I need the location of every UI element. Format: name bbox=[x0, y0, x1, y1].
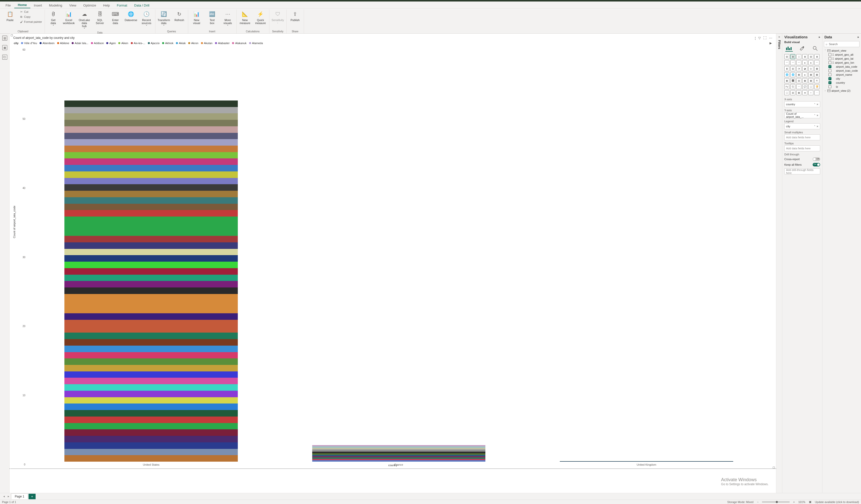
bar-segment[interactable] bbox=[560, 461, 733, 462]
insert-button-2[interactable]: ⋯Morevisuals˅ bbox=[221, 10, 235, 28]
bar-segment[interactable] bbox=[64, 210, 238, 217]
viz-type-33[interactable]: 💬 bbox=[802, 84, 807, 89]
report-canvas[interactable]: Count of airport_iata_code by country an… bbox=[10, 33, 776, 493]
page-next-button[interactable]: ► bbox=[6, 495, 11, 498]
well-remove-icon[interactable]: ✕ bbox=[816, 125, 818, 128]
viz-type-6[interactable]: 〰 bbox=[784, 60, 789, 65]
viz-type-41[interactable]: ⋯ bbox=[815, 90, 819, 95]
bar-segment[interactable] bbox=[64, 178, 238, 185]
well-menu-icon[interactable]: ˅ bbox=[814, 114, 816, 117]
table-airportview[interactable]: ˅airport_view bbox=[824, 49, 860, 53]
bar-segment[interactable] bbox=[64, 152, 238, 159]
zoom-fit-button[interactable]: ▣ bbox=[809, 500, 811, 504]
bar-segment[interactable] bbox=[64, 133, 238, 139]
field-checkbox[interactable]: ✓ bbox=[829, 65, 831, 68]
legend-item[interactable]: Aix-les-... bbox=[131, 42, 145, 45]
bar-segment[interactable] bbox=[64, 236, 238, 242]
zoom-out-button[interactable]: − bbox=[757, 501, 758, 504]
viz-type-4[interactable]: ▤ bbox=[808, 54, 814, 59]
viz-type-27[interactable]: ▦ bbox=[802, 78, 807, 83]
viz-type-3[interactable]: ▮ bbox=[802, 54, 807, 59]
legend-item[interactable]: Aiken bbox=[118, 42, 128, 45]
zoom-in-button[interactable]: + bbox=[793, 501, 795, 504]
bar-segment[interactable] bbox=[64, 449, 238, 455]
y-axis-well[interactable]: Count of airport_iata_...˅✕ bbox=[784, 112, 820, 118]
visual-drill-icon[interactable]: ¦ bbox=[755, 36, 756, 40]
fields-search-input[interactable]: ⌕ Search bbox=[824, 41, 860, 47]
field-airport_geo_alt[interactable]: Σairport_geo_alt bbox=[824, 53, 860, 57]
bar-segment[interactable] bbox=[64, 404, 238, 410]
data-source-button-5[interactable]: 🌐Dataverse bbox=[124, 10, 138, 22]
bar-segment[interactable] bbox=[64, 268, 238, 275]
menu-tab-view[interactable]: View bbox=[66, 2, 80, 8]
copy-button[interactable]: ⧉Copy bbox=[18, 15, 43, 19]
bar-segment[interactable] bbox=[64, 204, 238, 210]
viz-type-28[interactable]: ▦ bbox=[808, 78, 814, 83]
viz-type-25[interactable]: 🅰 bbox=[790, 78, 795, 83]
field-airport_geo_lat[interactable]: Σairport_geo_lat bbox=[824, 57, 860, 60]
visual-focus-icon[interactable]: ⛶ bbox=[763, 36, 767, 40]
viz-type-40[interactable]: » bbox=[808, 90, 814, 95]
zoom-slider[interactable] bbox=[762, 502, 790, 502]
menu-tab-file[interactable]: File bbox=[2, 2, 14, 8]
data-source-button-2[interactable]: ☁OneLakedatahub˅ bbox=[78, 10, 92, 31]
bar-segment[interactable] bbox=[64, 397, 238, 404]
visual-more-icon[interactable]: ⋯ bbox=[769, 36, 772, 40]
publish-button[interactable]: ⇪Publish bbox=[288, 10, 302, 22]
drill-through-well[interactable]: Add drill-through fields here bbox=[784, 168, 820, 174]
bar-unitedstates[interactable] bbox=[64, 74, 238, 462]
bar-segment[interactable] bbox=[64, 371, 238, 378]
menu-tab-insert[interactable]: Insert bbox=[30, 2, 45, 8]
field-tz[interactable]: tz bbox=[824, 85, 860, 89]
data-view-button[interactable]: ▦ bbox=[2, 45, 7, 50]
legend-item[interactable]: Akiak bbox=[176, 42, 186, 45]
data-source-button-1[interactable]: 📊Excelworkbook bbox=[62, 10, 76, 25]
update-available-label[interactable]: Update available (click to download) bbox=[815, 501, 859, 504]
menu-tab-modeling[interactable]: Modeling bbox=[45, 2, 66, 8]
well-remove-icon[interactable]: ✕ bbox=[816, 103, 818, 106]
legend-scroll-right-icon[interactable]: ▶ bbox=[769, 41, 772, 45]
field-airport_icao_code[interactable]: airport_icao_code bbox=[824, 69, 860, 73]
legend-item[interactable]: Akutan bbox=[201, 42, 213, 45]
viz-type-34[interactable]: ▢ bbox=[808, 84, 814, 89]
page-tab-1[interactable]: Page 1 bbox=[11, 493, 28, 499]
viz-type-36[interactable]: ▢ bbox=[784, 90, 789, 95]
format-visual-tab[interactable] bbox=[798, 45, 806, 52]
menu-tab-datadrill[interactable]: Data / Drill bbox=[131, 2, 153, 8]
legend-well[interactable]: city˅✕ bbox=[784, 123, 820, 129]
bar-segment[interactable] bbox=[64, 313, 238, 320]
small-multiples-well[interactable]: Add data fields here bbox=[784, 134, 820, 140]
legend-item[interactable]: Adak Isla... bbox=[72, 42, 88, 45]
field-airport_iata_code[interactable]: ✓airport_iata_code bbox=[824, 65, 860, 69]
calc-button-0[interactable]: 📐Newmeasure bbox=[238, 10, 252, 25]
insert-button-0[interactable]: 📊Newvisual bbox=[190, 10, 204, 25]
query-button-1[interactable]: ↻Refresh bbox=[173, 10, 187, 22]
cross-report-toggle[interactable]: Off bbox=[812, 158, 820, 161]
bar-segment[interactable] bbox=[64, 197, 238, 204]
menu-tab-format[interactable]: Format bbox=[113, 2, 131, 8]
viz-type-18[interactable]: 🌐 bbox=[784, 72, 789, 77]
data-source-button-3[interactable]: 🗄SQLServer bbox=[93, 10, 107, 25]
bar-segment[interactable] bbox=[64, 275, 238, 281]
filters-expand-icon[interactable]: « bbox=[778, 35, 780, 39]
bar-unitedkingdom[interactable] bbox=[560, 448, 733, 462]
viz-type-16[interactable]: ◎ bbox=[808, 66, 814, 71]
bar-segment[interactable] bbox=[64, 339, 238, 345]
model-view-button[interactable]: ⿻ bbox=[2, 55, 7, 60]
bar-segment[interactable] bbox=[64, 191, 238, 197]
bar-segment[interactable] bbox=[64, 455, 238, 462]
viz-type-23[interactable]: ▦ bbox=[815, 72, 819, 77]
table-airportview2[interactable]: ›airport_view (2) bbox=[824, 89, 860, 93]
field-checkbox[interactable] bbox=[829, 69, 831, 72]
format-painter-button[interactable]: 🖌Format painter bbox=[18, 19, 43, 24]
bar-segment[interactable] bbox=[64, 423, 238, 430]
page-prev-button[interactable]: ◄ bbox=[2, 495, 6, 498]
data-source-button-6[interactable]: 🕓Recentsources˅ bbox=[140, 10, 154, 28]
viz-type-15[interactable]: ◕ bbox=[802, 66, 807, 71]
bar-segment[interactable] bbox=[64, 146, 238, 152]
paste-button[interactable]: 📋Paste bbox=[3, 10, 17, 22]
viz-type-0[interactable]: ▤ bbox=[784, 54, 789, 59]
viz-type-37[interactable]: ▤ bbox=[790, 90, 795, 95]
ribbon-collapse-icon[interactable]: ⌃ bbox=[858, 0, 861, 4]
viz-type-10[interactable]: ▲ bbox=[808, 60, 814, 65]
